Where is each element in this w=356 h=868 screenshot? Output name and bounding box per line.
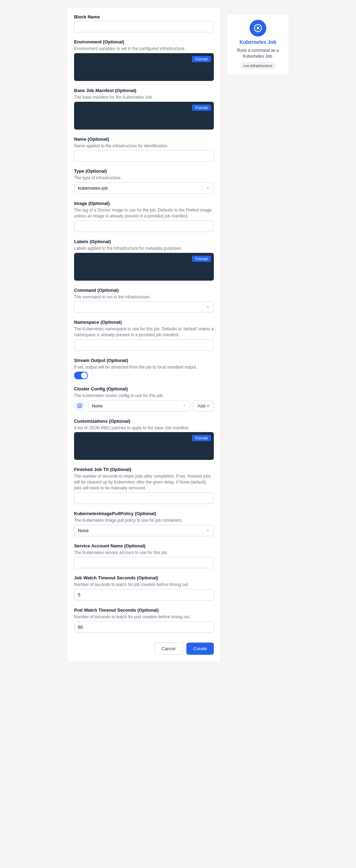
labels-field: Labels (Optional) Labels applied to the … [74, 239, 214, 281]
labels-editor: Format [74, 253, 214, 281]
sidebar-description: Runs a command as a Kubernetes Job. [233, 48, 283, 59]
stream-output-desc: If set, output will be streamed from the… [74, 364, 214, 370]
stream-output-field: Stream Output (Optional) If set, output … [74, 358, 214, 379]
svg-point-1 [257, 27, 259, 30]
finished-job-ttl-field: Finished Job Ttl (Optional) The number o… [74, 467, 214, 504]
cluster-config-select[interactable]: None [88, 400, 190, 412]
customizations-format-button[interactable]: Format [192, 435, 211, 441]
namespace-label: Namespace (Optional) [74, 320, 214, 325]
type-label: Type (Optional) [74, 168, 214, 174]
base-job-manifest-label: Base Job Manifest (Optional) [74, 88, 214, 93]
cluster-config-field: Cluster Config (Optional) The Kubernetes… [74, 386, 214, 412]
type-select[interactable]: kubernetes-job [74, 182, 214, 194]
service-account-name-input[interactable] [74, 557, 214, 568]
cluster-config-label: Cluster Config (Optional) [74, 386, 214, 391]
sidebar-title: Kubernetes Job [240, 39, 276, 45]
environment-label: Environment (Optional) [74, 39, 214, 44]
command-label: Command (Optional) [74, 288, 214, 293]
base-job-manifest-field: Base Job Manifest (Optional) The base ma… [74, 88, 214, 130]
namespace-input[interactable] [74, 339, 214, 351]
environment-field: Environment (Optional) Environment varia… [74, 39, 214, 81]
name-field: Name (Optional) Name applied to the infr… [74, 137, 214, 162]
service-account-name-field: Service Account Name (Optional) The Kube… [74, 543, 214, 569]
job-watch-timeout-desc: Number of seconds to watch for job creat… [74, 582, 214, 588]
environment-desc: Environment variables to set in the conf… [74, 46, 214, 52]
pod-watch-timeout-input[interactable] [74, 621, 214, 633]
customizations-field: Customizations (Optional) A list of JSON… [74, 419, 214, 460]
service-account-name-label: Service Account Name (Optional) [74, 543, 214, 548]
cluster-icon [74, 400, 85, 411]
image-field: Image (Optional) The tag of a Docker ima… [74, 201, 214, 232]
job-watch-timeout-label: Job Watch Timeout Seconds (Optional) [74, 575, 214, 580]
finished-job-ttl-label: Finished Job Ttl (Optional) [74, 467, 214, 472]
command-field: Command (Optional) The command to run in… [74, 288, 214, 313]
namespace-desc: The Kubernetes namespace to use for this… [74, 326, 214, 338]
pod-watch-timeout-label: Pod Watch Timeout Seconds (Optional) [74, 607, 214, 613]
environment-editor: Format [74, 53, 214, 81]
block-name-label: Block Name [74, 14, 214, 19]
pod-watch-timeout-desc: Number of seconds to watch for pod creat… [74, 614, 214, 620]
image-label: Image (Optional) [74, 201, 214, 206]
command-desc: The command to run in the infrastructure… [74, 294, 214, 300]
stream-output-toggle-container [74, 372, 214, 379]
image-pull-policy-select[interactable]: None [74, 525, 214, 536]
customizations-desc: A list of JSON 6902 patches to apply to … [74, 425, 214, 431]
customizations-editor: Format [74, 432, 214, 460]
main-form: Block Name Environment (Optional) Enviro… [67, 7, 221, 662]
image-pull-policy-field: KubernetesImagePullPolicy (Optional) The… [74, 511, 214, 536]
cluster-config-row: None Add + [74, 400, 214, 412]
labels-format-button[interactable]: Format [192, 256, 211, 262]
image-input[interactable] [74, 221, 214, 232]
stream-output-toggle[interactable] [74, 372, 88, 379]
kubernetes-icon [250, 20, 266, 36]
cancel-button[interactable]: Cancel [154, 643, 183, 655]
labels-desc: Labels applied to the infrastructure for… [74, 246, 214, 251]
environment-format-button[interactable]: Format [192, 56, 211, 62]
finished-job-ttl-desc: The number of seconds to retain jobs aft… [74, 473, 214, 491]
name-input[interactable] [74, 150, 214, 162]
command-select[interactable] [74, 301, 214, 313]
create-button[interactable]: Create [186, 643, 214, 655]
block-name-input[interactable] [74, 21, 214, 32]
finished-job-ttl-input[interactable] [74, 493, 214, 504]
base-job-manifest-format-button[interactable]: Format [192, 105, 211, 111]
job-watch-timeout-input[interactable] [74, 589, 214, 601]
cluster-config-add-button[interactable]: Add + [193, 400, 214, 412]
image-pull-policy-label: KubernetesImagePullPolicy (Optional) [74, 511, 214, 516]
pod-watch-timeout-field: Pod Watch Timeout Seconds (Optional) Num… [74, 607, 214, 633]
name-desc: Name applied to the infrastructure for i… [74, 143, 214, 149]
cluster-config-desc: The Kubernetes cluster config to use for… [74, 393, 214, 399]
image-pull-policy-desc: The Kubernetes image pull policy to use … [74, 518, 214, 523]
customizations-label: Customizations (Optional) [74, 419, 214, 424]
name-label: Name (Optional) [74, 137, 214, 142]
stream-output-label: Stream Output (Optional) [74, 358, 214, 363]
sidebar-badge: run-infrastructure [240, 62, 276, 69]
base-job-manifest-desc: The base manifest for the Kubernetes Job… [74, 94, 214, 100]
labels-label: Labels (Optional) [74, 239, 214, 244]
job-watch-timeout-field: Job Watch Timeout Seconds (Optional) Num… [74, 575, 214, 601]
sidebar-card: Kubernetes Job Runs a command as a Kuber… [227, 14, 289, 75]
image-desc: The tag of a Docker image to use for the… [74, 207, 214, 219]
type-field: Type (Optional) The type of infrastructu… [74, 168, 214, 194]
base-job-manifest-editor: Format [74, 102, 214, 130]
service-account-name-desc: The Kubernetes service account to use fo… [74, 550, 214, 556]
namespace-field: Namespace (Optional) The Kubernetes name… [74, 320, 214, 351]
block-name-field: Block Name [74, 14, 214, 32]
footer-buttons: Cancel Create [74, 640, 214, 655]
type-desc: The type of infrastructure. [74, 175, 214, 181]
